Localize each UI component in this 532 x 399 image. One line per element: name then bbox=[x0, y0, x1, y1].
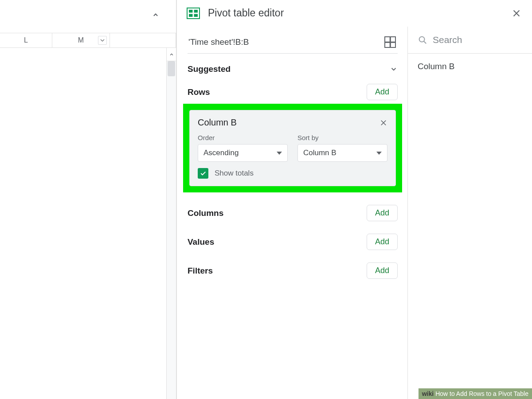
order-field-label: Order bbox=[198, 134, 288, 141]
watermark-prefix: wiki bbox=[422, 390, 434, 397]
sheets-icon bbox=[187, 8, 200, 19]
sortby-field: Sort by Column B bbox=[297, 134, 387, 162]
row-field-card: Column B Order Ascending bbox=[189, 110, 396, 186]
suggested-section[interactable]: Suggested bbox=[188, 64, 398, 74]
scrollbar-vertical[interactable] bbox=[166, 61, 176, 399]
caret-down-icon bbox=[376, 152, 382, 155]
suggested-label: Suggested bbox=[188, 64, 390, 74]
rows-label: Rows bbox=[188, 87, 367, 97]
watermark-text: How to Add Rows to a Pivot Table bbox=[435, 390, 528, 397]
pivot-editor-panel: Pivot table editor 'Time sheet'!B:B Sugg… bbox=[176, 0, 532, 399]
scrollbar-thumb[interactable] bbox=[168, 61, 175, 76]
highlight-annotation: Column B Order Ascending bbox=[183, 104, 402, 192]
panel-header: Pivot table editor bbox=[177, 0, 532, 27]
row-field-name: Column B bbox=[198, 117, 379, 128]
svg-point-0 bbox=[419, 37, 425, 42]
columns-section: Columns Add bbox=[188, 205, 398, 221]
show-totals-label: Show totals bbox=[215, 169, 254, 178]
panel-title: Pivot table editor bbox=[208, 7, 504, 19]
column-header-m[interactable]: M bbox=[52, 33, 110, 47]
spreadsheet-area: L M bbox=[0, 0, 176, 399]
remove-row-field-button[interactable] bbox=[379, 119, 387, 127]
add-values-button[interactable]: Add bbox=[367, 234, 398, 250]
add-rows-button[interactable]: Add bbox=[367, 84, 398, 100]
order-select-value: Ascending bbox=[203, 149, 277, 157]
filters-label: Filters bbox=[188, 266, 367, 276]
close-panel-button[interactable] bbox=[512, 8, 521, 18]
sortby-select-value: Column B bbox=[303, 149, 376, 157]
fields-column: Search Column B bbox=[407, 27, 532, 399]
show-totals-row: Show totals bbox=[198, 168, 387, 179]
column-header-l[interactable]: L bbox=[0, 33, 52, 47]
rows-section: Rows Add Column B bbox=[188, 84, 398, 192]
sortby-field-label: Sort by bbox=[297, 134, 387, 141]
values-label: Values bbox=[188, 237, 367, 247]
column-header-next[interactable] bbox=[110, 33, 176, 47]
svg-line-1 bbox=[424, 41, 426, 43]
search-fields-input[interactable]: Search bbox=[408, 27, 532, 54]
column-m-filter-button[interactable] bbox=[98, 36, 107, 45]
select-range-icon[interactable] bbox=[384, 36, 396, 48]
scroll-up-button[interactable] bbox=[166, 48, 176, 61]
filters-section: Filters Add bbox=[188, 262, 398, 279]
editor-column: 'Time sheet'!B:B Suggested Rows Add bbox=[177, 27, 407, 399]
column-headers: L M bbox=[0, 33, 176, 48]
caret-down-icon bbox=[277, 152, 282, 155]
data-range-input[interactable]: 'Time sheet'!B:B bbox=[188, 37, 380, 47]
columns-label: Columns bbox=[188, 208, 367, 218]
chevron-down-icon bbox=[390, 65, 398, 73]
add-columns-button[interactable]: Add bbox=[367, 205, 398, 221]
search-icon bbox=[418, 35, 427, 45]
sortby-select[interactable]: Column B bbox=[297, 144, 387, 162]
add-filters-button[interactable]: Add bbox=[367, 262, 398, 279]
collapse-panel-button[interactable] bbox=[147, 6, 164, 24]
field-list-item[interactable]: Column B bbox=[408, 54, 532, 79]
order-field: Order Ascending bbox=[198, 134, 288, 162]
show-totals-checkbox[interactable] bbox=[198, 168, 208, 179]
search-placeholder: Search bbox=[433, 35, 462, 45]
watermark: wiki How to Add Rows to a Pivot Table bbox=[419, 388, 532, 399]
order-select[interactable]: Ascending bbox=[198, 144, 288, 162]
data-range-row: 'Time sheet'!B:B bbox=[188, 32, 398, 54]
values-section: Values Add bbox=[188, 234, 398, 250]
